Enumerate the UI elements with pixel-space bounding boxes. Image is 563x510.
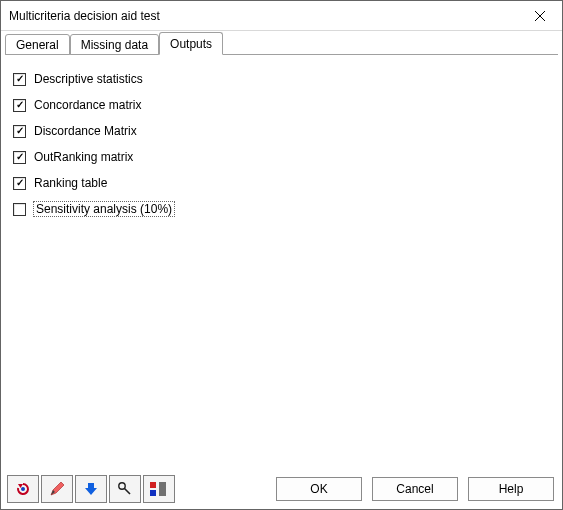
dialog-window: Multicriteria decision aid test General … <box>0 0 563 510</box>
ok-button[interactable]: OK <box>276 477 362 501</box>
checkbox[interactable] <box>13 151 26 164</box>
checkbox[interactable] <box>13 73 26 86</box>
titlebar-title: Multicriteria decision aid test <box>9 9 517 23</box>
reset-icon <box>15 481 31 497</box>
palette-icon <box>149 481 169 497</box>
checkbox[interactable] <box>13 203 26 216</box>
svg-rect-9 <box>150 482 156 488</box>
checkbox-row-outranking-matrix[interactable]: OutRanking matrix <box>13 145 550 169</box>
checkbox-row-ranking-table[interactable]: Ranking table <box>13 171 550 195</box>
checkbox-label: Descriptive statistics <box>34 72 143 86</box>
svg-rect-11 <box>159 482 166 496</box>
checkbox[interactable] <box>13 99 26 112</box>
reset-button[interactable] <box>7 475 39 503</box>
checkbox-label: Discordance Matrix <box>34 124 137 138</box>
checkbox-label: OutRanking matrix <box>34 150 133 164</box>
download-button[interactable] <box>75 475 107 503</box>
checkbox[interactable] <box>13 125 26 138</box>
checkbox-row-concordance-matrix[interactable]: Concordance matrix <box>13 93 550 117</box>
checkbox-row-discordance-matrix[interactable]: Discordance Matrix <box>13 119 550 143</box>
toolbar <box>7 475 177 503</box>
checkbox-label: Concordance matrix <box>34 98 141 112</box>
cancel-button[interactable]: Cancel <box>372 477 458 501</box>
checkbox-label: Sensitivity analysis (10%) <box>34 202 174 216</box>
tab-strip: General Missing data Outputs <box>1 31 562 55</box>
tab-missing-data[interactable]: Missing data <box>70 34 159 55</box>
svg-point-3 <box>21 487 25 491</box>
svg-line-8 <box>125 489 131 495</box>
svg-marker-6 <box>85 483 97 495</box>
close-icon <box>535 11 545 21</box>
help-button[interactable]: Help <box>468 477 554 501</box>
tab-content-outputs: Descriptive statistics Concordance matri… <box>1 55 562 471</box>
wand-button[interactable] <box>109 475 141 503</box>
dialog-footer: OK Cancel Help <box>1 471 562 509</box>
edit-button[interactable] <box>41 475 73 503</box>
tab-outputs[interactable]: Outputs <box>159 32 223 55</box>
pencil-icon <box>49 481 65 497</box>
close-button[interactable] <box>517 1 562 31</box>
down-arrow-icon <box>83 481 99 497</box>
tab-general[interactable]: General <box>5 34 70 55</box>
titlebar: Multicriteria decision aid test <box>1 1 562 31</box>
checkbox-row-descriptive-statistics[interactable]: Descriptive statistics <box>13 67 550 91</box>
checkbox-label: Ranking table <box>34 176 107 190</box>
checkbox-row-sensitivity-analysis[interactable]: Sensitivity analysis (10%) <box>13 197 550 221</box>
palette-button[interactable] <box>143 475 175 503</box>
svg-rect-10 <box>150 490 156 496</box>
checkbox[interactable] <box>13 177 26 190</box>
wand-icon <box>117 481 133 497</box>
svg-point-7 <box>119 483 125 489</box>
